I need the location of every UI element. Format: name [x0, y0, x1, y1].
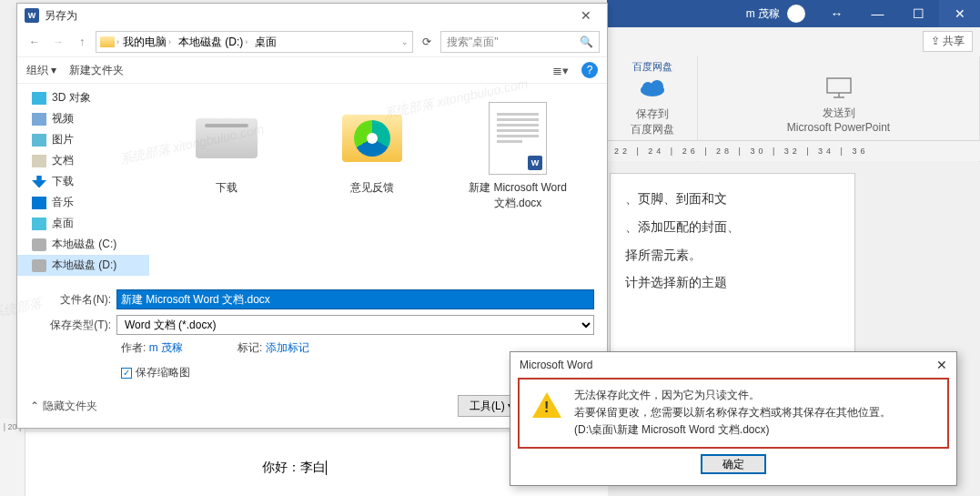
warning-icon — [532, 392, 561, 418]
folder-icon — [100, 36, 115, 47]
doc-line: 、添加匹配的封面、 — [625, 213, 840, 241]
win-maximize-button[interactable]: ☐ — [898, 0, 939, 27]
error-dialog-title: Microsoft Word — [520, 359, 592, 371]
win-minimize-button[interactable]: — — [857, 0, 898, 27]
path-bar[interactable]: › 我的电脑› 本地磁盘 (D:)› 桌面 ⌄ — [96, 31, 413, 53]
chevron-up-icon: ⌃ — [30, 400, 39, 412]
ribbon-label: 发送到 — [702, 106, 975, 121]
share-button[interactable]: ⇪ 共享 — [923, 31, 973, 52]
sidebar-label: 本地磁盘 (C:) — [52, 237, 116, 252]
filetype-select[interactable]: Word 文档 (*.docx) — [116, 315, 594, 335]
sidebar-item[interactable]: 本地磁盘 (C:) — [17, 234, 149, 255]
sidebar-item[interactable]: 文档 — [17, 150, 149, 171]
ribbon-label: 保存到 — [611, 106, 693, 122]
sidebar-icon — [32, 259, 46, 272]
checkbox-label: 保存缩略图 — [136, 365, 190, 380]
sidebar-icon — [32, 113, 46, 126]
sidebar-item[interactable]: 音乐 — [17, 192, 149, 213]
file-item[interactable]: 意见反馈 — [322, 102, 422, 264]
presentation-icon — [824, 73, 854, 102]
sidebar-icon — [32, 155, 46, 167]
error-dialog: Microsoft Word ✕ 无法保存此文件，因为它为只读文件。 若要保留更… — [510, 351, 957, 486]
cloud-icon — [638, 74, 667, 103]
user-avatar-icon[interactable] — [787, 5, 805, 23]
error-message: 无法保存此文件，因为它为只读文件。 若要保留更改，您需要以新名称保存文档或将其保… — [574, 387, 891, 440]
win-view-button[interactable]: ↔ — [816, 0, 857, 27]
sidebar-icon — [32, 238, 46, 251]
disk-icon — [196, 118, 258, 158]
search-placeholder: 搜索"桌面" — [447, 35, 499, 50]
search-icon: 🔍 — [580, 35, 593, 48]
nav-back-button[interactable]: ← — [25, 32, 45, 52]
word-app-icon: W — [25, 8, 39, 23]
doc-line: 计并选择新的主题 — [625, 268, 840, 297]
path-segment[interactable]: 桌面 — [251, 35, 280, 50]
file-item[interactable]: W新建 Microsoft Word 文档.docx — [468, 102, 568, 264]
file-name: 下载 — [177, 180, 277, 196]
dialog-title-bar: W 另存为 ✕ — [17, 4, 607, 27]
doc-line: 、页脚、到面和文 — [625, 185, 840, 213]
checkbox-icon: ✓ — [121, 368, 132, 379]
sidebar-item[interactable]: 桌面 — [17, 213, 149, 234]
folder-sidebar: 3D 对象视频图片文档下载音乐桌面本地磁盘 (C:)本地磁盘 (D:) — [17, 84, 149, 282]
sidebar-item[interactable]: 3D 对象 — [17, 87, 149, 108]
folder-icon — [342, 115, 402, 162]
ribbon-label: Microsoft PowerPoint — [702, 121, 975, 134]
filename-label: 文件名(N): — [30, 292, 116, 308]
sidebar-icon — [32, 134, 46, 147]
doc-line: 择所需元素。 — [625, 241, 840, 269]
sidebar-item[interactable]: 下载 — [17, 171, 149, 192]
file-name: 意见反馈 — [322, 180, 422, 196]
path-dropdown-icon[interactable]: ⌄ — [401, 37, 409, 46]
file-name: 新建 Microsoft Word 文档.docx — [468, 180, 568, 211]
nav-refresh-button[interactable]: ⟳ — [417, 32, 437, 52]
path-segment[interactable]: 我的电脑› — [119, 35, 175, 50]
document-body[interactable]: 、页脚、到面和文 、添加匹配的封面、 择所需元素。 计并选择新的主题 — [610, 173, 855, 355]
sidebar-label: 下载 — [52, 174, 74, 189]
svg-rect-3 — [827, 78, 851, 93]
path-segment[interactable]: 本地磁盘 (D:)› — [175, 35, 251, 50]
word-ribbon: ⇪ 共享 百度网盘 保存到 百度网盘 保存 发送到 Microsoft Powe… — [607, 27, 980, 141]
tag-field[interactable]: 标记: 添加标记 — [237, 340, 309, 356]
help-icon[interactable]: ? — [581, 62, 598, 78]
filetype-label: 保存类型(T): — [30, 318, 116, 333]
sidebar-icon — [32, 92, 46, 105]
sidebar-icon — [32, 197, 46, 209]
sidebar-label: 文档 — [52, 153, 74, 168]
ok-button[interactable]: 确定 — [701, 454, 766, 474]
sidebar-icon — [32, 176, 46, 188]
sidebar-icon — [32, 218, 46, 230]
dialog-close-button[interactable]: ✕ — [572, 8, 600, 23]
vertical-ruler: | 20 | — [0, 419, 25, 496]
word-title-bar: m 茂稼 ↔ — ☐ ✕ — [607, 0, 980, 27]
sidebar-item[interactable]: 视频 — [17, 108, 149, 129]
hide-folders-button[interactable]: ⌃ 隐藏文件夹 — [30, 399, 97, 414]
search-input[interactable]: 搜索"桌面" 🔍 — [440, 31, 600, 53]
text-cursor-icon — [326, 461, 327, 475]
nav-forward-button[interactable]: → — [48, 32, 68, 52]
horizontal-ruler: 22 | 24 | 26 | 28 | 30 | 32 | 34 | 36 — [607, 141, 980, 161]
sidebar-item[interactable]: 图片 — [17, 129, 149, 150]
filename-input[interactable] — [116, 289, 594, 309]
sidebar-item[interactable]: 本地磁盘 (D:) — [17, 255, 149, 276]
doc-text: 你好：李白 — [262, 460, 326, 474]
ribbon-label: 百度网盘 — [611, 122, 693, 137]
new-folder-button[interactable]: 新建文件夹 — [69, 63, 124, 78]
dialog-title: 另存为 — [45, 8, 77, 24]
sidebar-label: 本地磁盘 (D:) — [52, 258, 116, 273]
ribbon-group-top-text: 百度网盘 — [611, 60, 693, 74]
sidebar-label: 桌面 — [52, 216, 74, 231]
organize-button[interactable]: 组织 ▾ — [26, 63, 56, 78]
sidebar-label: 视频 — [52, 111, 74, 127]
view-mode-button[interactable]: ≣▾ — [552, 64, 569, 77]
file-list[interactable]: 下载意见反馈W新建 Microsoft Word 文档.docx — [149, 84, 607, 282]
author-field[interactable]: 作者: m 茂稼 — [121, 340, 183, 356]
win-close-button[interactable]: ✕ — [939, 0, 980, 27]
error-close-button[interactable]: ✕ — [936, 358, 947, 372]
document-icon: W — [489, 102, 547, 175]
file-item[interactable]: 下载 — [177, 102, 277, 264]
dialog-nav-bar: ← → ↑ › 我的电脑› 本地磁盘 (D:)› 桌面 ⌄ ⟳ 搜索"桌面" 🔍 — [17, 27, 607, 56]
nav-up-button[interactable]: ↑ — [72, 32, 92, 52]
sidebar-label: 音乐 — [52, 195, 74, 210]
dialog-toolbar: 组织 ▾ 新建文件夹 ≣▾ ? — [17, 56, 607, 84]
